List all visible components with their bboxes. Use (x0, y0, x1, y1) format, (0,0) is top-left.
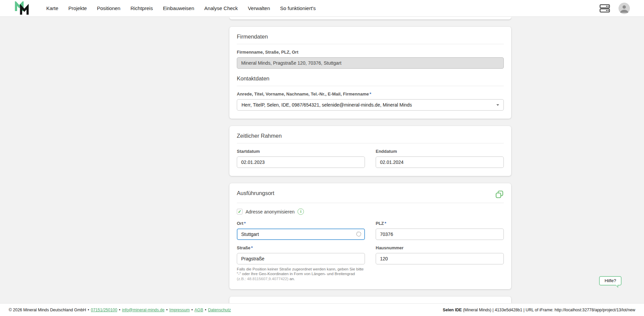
nav-links: Karte Projekte Positionen Richtpreis Ein… (46, 5, 316, 11)
strasse-group: Straße* Falls die Position keiner Straße… (237, 245, 365, 281)
required-marker: * (370, 91, 371, 97)
footer-debug-info: Selen IDE (Mineral Minds) | 4133e5d428b1… (443, 308, 635, 312)
main-content: Firmendaten Firmenname, Straße, PLZ, Ort… (229, 17, 511, 316)
contact-select-value: Herr, TitelP, Selen, IDE, 0987/654321, s… (241, 102, 412, 108)
ausfuehrungsort-title: Ausführungsort (237, 190, 274, 196)
nav-item-richtpreis[interactable]: Richtpreis (130, 5, 153, 11)
info-icon[interactable]: i (298, 208, 304, 215)
plz-label: PLZ* (376, 221, 504, 226)
strasse-field[interactable] (237, 253, 365, 264)
nav-item-positionen[interactable]: Positionen (97, 5, 120, 11)
enddatum-group: Enddatum (376, 149, 504, 168)
enddatum-label: Enddatum (376, 149, 504, 154)
nav-item-einbauweisen[interactable]: Einbauweisen (163, 5, 194, 11)
navbar-right (599, 3, 630, 14)
kontaktdaten-title: Kontaktdaten (237, 75, 504, 82)
card-zeitlicher-rahmen: Zeitlicher Rahmen Startdatum Enddatum (229, 126, 511, 176)
divider (237, 143, 504, 143)
card-partial-top (229, 17, 511, 19)
server-icon[interactable] (599, 4, 610, 13)
footer-left: © 2026 Mineral Minds Deutschland GmbH • … (9, 308, 231, 312)
anonymize-label: Adresse anonymisieren (246, 209, 294, 214)
ort-label: Ort* (237, 221, 365, 226)
anonymize-row: ✓ Adresse anonymisieren i (237, 208, 504, 215)
contact-label: Anrede, Titel, Vorname, Nachname, Tel.-N… (237, 91, 504, 97)
plz-field[interactable] (376, 229, 504, 240)
nav-item-analyse-check[interactable]: Analyse Check (204, 5, 238, 11)
footer-impressum-link[interactable]: Impressum (169, 308, 190, 312)
ort-field[interactable] (237, 229, 365, 240)
help-button[interactable]: Hilfe? (599, 276, 622, 286)
copy-icon[interactable] (495, 190, 504, 199)
footer-phone-link[interactable]: 07151/250100 (91, 308, 117, 312)
enddatum-field[interactable] (376, 156, 504, 168)
divider (237, 44, 504, 44)
company-label: Firmenname, Straße, PLZ, Ort (237, 50, 504, 55)
nav-item-projekte[interactable]: Projekte (68, 5, 87, 11)
plz-group: PLZ* (376, 221, 504, 240)
strasse-helper-text: Falls die Position keiner Straße zugeord… (237, 267, 365, 281)
required-marker: * (251, 245, 253, 250)
copyright-text: © 2026 Mineral Minds Deutschland GmbH (9, 308, 86, 312)
geo-example: (z.B.: 48.8115607,9.4077422) (237, 276, 288, 281)
zeitraum-title: Zeitlicher Rahmen (237, 133, 504, 139)
nav-item-karte[interactable]: Karte (46, 5, 58, 11)
startdatum-label: Startdatum (237, 149, 365, 154)
hausnummer-group: Hausnummer (376, 245, 504, 281)
nav-item-verwalten[interactable]: Verwalten (248, 5, 270, 11)
ide-name: Selen IDE (443, 308, 462, 312)
hausnummer-label: Hausnummer (376, 245, 504, 250)
check-icon: ✓ (238, 209, 241, 214)
required-marker: * (385, 221, 386, 226)
footer-datenschutz-link[interactable]: Datenschutz (208, 308, 231, 312)
divider (237, 86, 504, 86)
footer-email-link[interactable]: info@mineral-minds.de (122, 308, 165, 312)
company-field (237, 57, 504, 69)
nav-item-so-funktionierts[interactable]: So funktioniert's (280, 5, 316, 11)
divider (237, 203, 504, 203)
anonymize-checkbox[interactable]: ✓ (237, 209, 243, 214)
hausnummer-field[interactable] (376, 253, 504, 264)
startdatum-field[interactable] (237, 156, 365, 168)
ort-group: Ort* (237, 221, 365, 240)
required-marker: * (244, 221, 246, 226)
footer: © 2026 Mineral Minds Deutschland GmbH • … (0, 303, 644, 316)
mineral-minds-logo[interactable] (14, 1, 30, 15)
startdatum-group: Startdatum (237, 149, 365, 168)
logo-graphic (14, 1, 30, 15)
top-navbar: Karte Projekte Positionen Richtpreis Ein… (0, 0, 644, 17)
strasse-label: Straße* (237, 245, 365, 250)
chevron-down-icon (496, 104, 499, 106)
footer-agb-link[interactable]: AGB (195, 308, 203, 312)
contact-select[interactable]: Herr, TitelP, Selen, IDE, 0987/654321, s… (237, 99, 504, 111)
loading-spinner-icon (356, 232, 361, 237)
firmendaten-title: Firmendaten (237, 34, 504, 40)
user-avatar-icon[interactable] (619, 3, 630, 14)
card-firmendaten: Firmendaten Firmenname, Straße, PLZ, Ort… (229, 27, 511, 119)
card-ausfuehrungsort: Ausführungsort ✓ Adresse anonymisieren i… (229, 183, 511, 289)
